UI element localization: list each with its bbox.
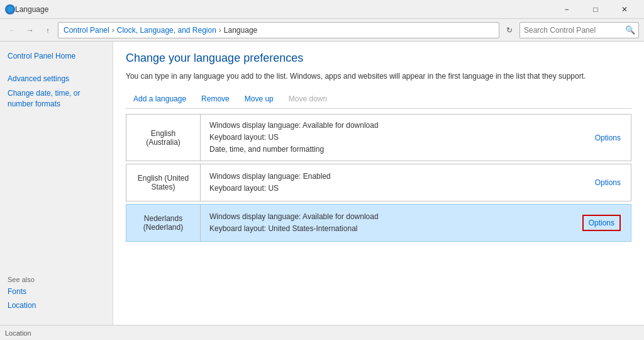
search-box: 🔍 bbox=[519, 22, 639, 38]
title-bar: 🌐 Language − □ ✕ bbox=[0, 0, 644, 19]
see-also-section: See also Fonts Location bbox=[8, 276, 105, 315]
breadcrumb-clock-region[interactable]: Clock, Language, and Region bbox=[117, 26, 216, 35]
language-item-english-us[interactable]: English (United States) Windows display … bbox=[126, 164, 631, 201]
breadcrumb-language: Language bbox=[224, 26, 257, 35]
sidebar-item-home[interactable]: Control Panel Home bbox=[8, 52, 105, 60]
language-options-english-australia: Options bbox=[585, 133, 631, 142]
up-button[interactable]: ↑ bbox=[40, 23, 55, 38]
forward-button[interactable]: → bbox=[23, 23, 38, 38]
options-link-english-us[interactable]: Options bbox=[595, 178, 621, 187]
add-language-button[interactable]: Add a language bbox=[126, 92, 194, 106]
main-layout: Control Panel Home Advanced settings Cha… bbox=[0, 42, 644, 325]
search-input[interactable] bbox=[520, 26, 622, 35]
sidebar-item-location[interactable]: Location bbox=[8, 301, 105, 310]
close-button[interactable]: ✕ bbox=[610, 0, 639, 19]
breadcrumb-sep-2: › bbox=[219, 26, 221, 35]
breadcrumb-control-panel[interactable]: Control Panel bbox=[64, 26, 109, 35]
language-name-nederlands: Nederlands (Nederland) bbox=[126, 205, 201, 241]
refresh-button[interactable]: ↻ bbox=[502, 23, 517, 38]
language-item-nederlands[interactable]: Nederlands (Nederland) Windows display l… bbox=[126, 204, 631, 242]
move-up-button[interactable]: Move up bbox=[237, 92, 281, 106]
status-location: Location bbox=[5, 329, 31, 337]
language-details-english-australia: Windows display language: Available for … bbox=[201, 115, 585, 161]
language-details-nederlands: Windows display language: Available for … bbox=[201, 206, 572, 240]
back-button[interactable]: ← bbox=[5, 23, 20, 38]
move-down-button[interactable]: Move down bbox=[281, 92, 335, 106]
breadcrumb: Control Panel › Clock, Language, and Reg… bbox=[58, 22, 499, 38]
sidebar-item-date[interactable]: Change date, time, or number formats bbox=[8, 88, 105, 110]
language-options-english-us: Options bbox=[585, 178, 631, 187]
window-controls: − □ ✕ bbox=[552, 0, 639, 19]
status-bar: Location bbox=[0, 325, 644, 340]
language-item-english-australia[interactable]: English (Australia) Windows display lang… bbox=[126, 114, 631, 162]
page-description: You can type in any language you add to … bbox=[126, 71, 631, 82]
window-icon: 🌐 bbox=[5, 4, 15, 14]
language-name-english-australia: English (Australia) bbox=[126, 115, 201, 161]
language-toolbar: Add a language Remove Move up Move down bbox=[126, 92, 631, 109]
language-list: English (Australia) Windows display lang… bbox=[126, 114, 631, 245]
address-bar: ← → ↑ Control Panel › Clock, Language, a… bbox=[0, 19, 644, 42]
minimize-button[interactable]: − bbox=[552, 0, 581, 19]
page-title: Change your language preferences bbox=[126, 52, 631, 65]
options-link-nederlands[interactable]: Options bbox=[582, 215, 621, 231]
remove-button[interactable]: Remove bbox=[194, 92, 237, 106]
sidebar-item-fonts[interactable]: Fonts bbox=[8, 287, 105, 296]
content-area: Change your language preferences You can… bbox=[113, 42, 644, 325]
options-link-english-australia[interactable]: Options bbox=[595, 133, 621, 142]
language-options-nederlands: Options bbox=[572, 218, 631, 227]
see-also-label: See also bbox=[8, 276, 105, 283]
sidebar-item-advanced[interactable]: Advanced settings bbox=[8, 74, 105, 83]
language-details-english-us: Windows display language: Enabled Keyboa… bbox=[201, 166, 585, 200]
window-title: Language bbox=[15, 5, 552, 14]
sidebar: Control Panel Home Advanced settings Cha… bbox=[0, 42, 113, 325]
maximize-button[interactable]: □ bbox=[581, 0, 610, 19]
breadcrumb-sep-1: › bbox=[112, 26, 114, 35]
search-button[interactable]: 🔍 bbox=[622, 22, 638, 38]
language-name-english-us: English (United States) bbox=[126, 164, 201, 201]
